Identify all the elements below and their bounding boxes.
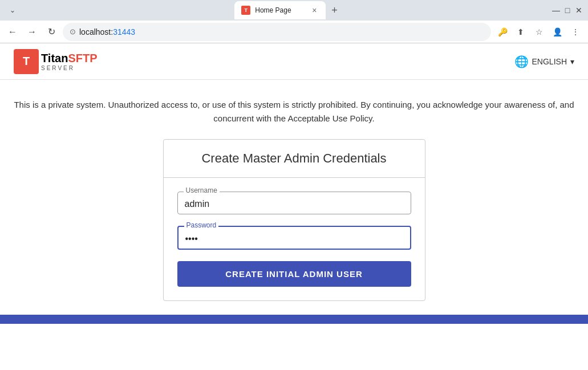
bookmark-button[interactable]: ☆ <box>531 24 547 40</box>
form-card-body: Username Password CREATE INITIAL ADMIN U… <box>164 178 425 300</box>
new-tab-button[interactable]: + <box>331 5 338 17</box>
logo-text-wrap: TitanSFTP SERVER <box>41 51 98 72</box>
app-header: T TitanSFTP SERVER 🌐 ENGLISH ▾ <box>0 43 588 80</box>
active-tab[interactable]: T Home Page × <box>234 1 326 19</box>
forward-button[interactable]: → <box>24 24 40 40</box>
tab-close-button[interactable]: × <box>310 6 319 15</box>
bottom-bar <box>0 315 588 324</box>
toolbar-icons: 🔑 ⬆ ☆ 👤 ⋮ <box>494 24 583 40</box>
chevron-down-icon: ▾ <box>570 57 574 66</box>
form-card: Create Master Admin Credentials Username… <box>163 139 425 301</box>
username-input[interactable] <box>185 197 404 210</box>
profile-button[interactable]: 👤 <box>549 24 565 40</box>
share-button[interactable]: ⬆ <box>513 24 529 40</box>
password-field-wrap: Password <box>177 226 411 250</box>
maximize-button[interactable]: □ <box>563 6 572 15</box>
title-bar: ⌄ T Home Page × + — □ ✕ <box>0 0 588 21</box>
username-label: Username <box>184 186 220 194</box>
address-text: localhost:31443 <box>79 27 484 36</box>
password-input[interactable] <box>185 231 403 245</box>
globe-icon: 🌐 <box>514 55 529 68</box>
form-card-title: Create Master Admin Credentials <box>164 140 425 178</box>
back-button[interactable]: ← <box>5 24 21 40</box>
logo-area: T TitanSFTP SERVER <box>14 49 98 74</box>
notice-area: This is a private system. Unauthorized a… <box>0 80 588 139</box>
tab-label: Home Page <box>255 6 305 14</box>
language-selector[interactable]: 🌐 ENGLISH ▾ <box>514 55 574 68</box>
address-bar: ← → ↻ ⊙ localhost:31443 🔑 ⬆ ☆ 👤 ⋮ <box>0 21 588 43</box>
notice-text: This is a private system. Unauthorized a… <box>9 98 579 125</box>
logo-subtitle: SERVER <box>41 65 98 72</box>
create-admin-button[interactable]: CREATE INITIAL ADMIN USER <box>177 261 411 287</box>
minimize-button[interactable]: — <box>551 6 561 15</box>
tab-favicon: T <box>241 6 250 15</box>
tab-overflow-button[interactable]: ⌄ <box>5 2 21 18</box>
close-button[interactable]: ✕ <box>574 6 583 15</box>
address-icon: ⊙ <box>70 27 76 36</box>
language-label: ENGLISH <box>532 57 567 66</box>
username-field-wrap: Username <box>177 192 411 214</box>
password-label: Password <box>184 221 219 229</box>
menu-button[interactable]: ⋮ <box>567 24 583 40</box>
page-content: T TitanSFTP SERVER 🌐 ENGLISH ▾ This is a… <box>0 43 588 370</box>
password-manager-button[interactable]: 🔑 <box>494 24 510 40</box>
logo-name-sftp: SFTP <box>68 52 97 64</box>
logo-name-prefix: Titan <box>41 52 68 64</box>
logo-icon: T <box>14 49 39 74</box>
logo-name: TitanSFTP <box>41 51 98 65</box>
refresh-button[interactable]: ↻ <box>43 24 59 40</box>
address-input-wrap[interactable]: ⊙ localhost:31443 <box>63 23 491 41</box>
